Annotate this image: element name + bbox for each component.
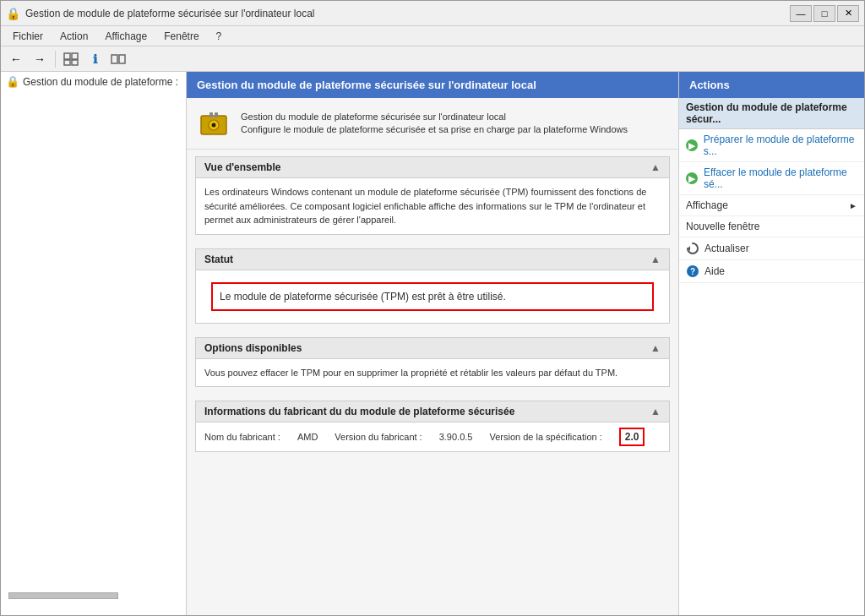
menu-bar: Fichier Action Affichage Fenêtre ? — [1, 26, 864, 46]
menu-help[interactable]: ? — [211, 29, 227, 44]
version-fabricant-label: Version du fabricant : — [335, 432, 422, 442]
section-header-options: Options disponibles ▲ — [196, 338, 669, 359]
actions-section-title: Gestion du module de plateforme sécur... — [679, 98, 864, 129]
maximize-button[interactable]: □ — [813, 5, 835, 22]
section-header-vue: Vue d'ensemble ▲ — [196, 157, 669, 178]
vue-text: Les ordinateurs Windows contenant un mod… — [204, 187, 646, 225]
action-preparer[interactable]: ▶ Préparer le module de plateforme s... — [679, 129, 864, 162]
info-button[interactable]: ℹ — [84, 50, 105, 68]
menu-fenetre[interactable]: Fenêtre — [159, 29, 204, 44]
title-bar-controls: — □ ✕ — [790, 5, 859, 22]
section-title-fabricant: Informations du fabricant du du module d… — [204, 406, 514, 417]
menu-action[interactable]: Action — [55, 29, 93, 44]
affichage-label: Affichage — [686, 199, 728, 211]
svg-rect-9 — [215, 112, 218, 117]
section-collapse-statut[interactable]: ▲ — [650, 253, 661, 265]
section-body-options: Vous pouvez effacer le TPM pour en suppr… — [196, 359, 669, 387]
section-collapse-options[interactable]: ▲ — [650, 342, 661, 354]
actions-header-label: Actions — [689, 79, 730, 91]
svg-rect-5 — [119, 55, 125, 63]
toolbar: ← → ℹ — [1, 46, 864, 72]
header-line1: Gestion du module de plateforme sécurisé… — [241, 111, 628, 123]
header-line2: Configure le module de plateforme sécuri… — [241, 123, 628, 136]
actions-header: Actions — [679, 72, 864, 98]
menu-affichage[interactable]: Affichage — [100, 29, 152, 44]
svg-rect-0 — [64, 53, 70, 59]
show-hide-icon — [63, 52, 79, 66]
preparer-label: Préparer le module de plateforme s... — [704, 134, 857, 157]
nom-fabricant-label: Nom du fabricant : — [204, 432, 280, 442]
right-panel: Actions Gestion du module de plateforme … — [678, 72, 864, 616]
forward-button[interactable]: → — [30, 50, 50, 68]
section-body-statut: Le module de plateforme sécurisée (TPM) … — [196, 270, 669, 323]
action-effacer[interactable]: ▶ Effacer le module de plateforme sé... — [679, 162, 864, 195]
svg-rect-4 — [112, 55, 117, 63]
tree-item-label: Gestion du module de plateforme : — [23, 76, 178, 88]
aide-icon: ? — [686, 264, 699, 278]
actualiser-label: Actualiser — [705, 243, 749, 254]
section-title-statut: Statut — [204, 253, 233, 265]
main-layout: 🔒 Gestion du module de plateforme : Gest… — [1, 72, 864, 616]
back-button[interactable]: ← — [6, 50, 26, 68]
section-header-fabricant: Informations du fabricant du du module d… — [196, 401, 669, 422]
section-collapse-fabricant[interactable]: ▲ — [650, 406, 661, 417]
section-body-vue: Les ordinateurs Windows contenant un mod… — [196, 178, 669, 234]
section-title-vue: Vue d'ensemble — [204, 161, 280, 173]
section-options: Options disponibles ▲ Vous pouvez efface… — [195, 337, 670, 388]
effacer-label: Effacer le module de plateforme sé... — [704, 166, 857, 190]
version-fabricant-value: 3.90.0.5 — [439, 432, 473, 442]
nom-fabricant-value: AMD — [297, 432, 318, 442]
svg-rect-3 — [72, 60, 78, 65]
svg-point-10 — [212, 123, 216, 128]
tpm-icon — [197, 106, 231, 140]
nouvelle-fenetre-label: Nouvelle fenêtre — [686, 221, 759, 232]
action-aide[interactable]: ? Aide — [679, 260, 864, 283]
center-panel: Gestion du module de plateforme sécurisé… — [187, 72, 678, 616]
section-statut: Statut ▲ Le module de plateforme sécuris… — [195, 248, 670, 324]
app-icon: 🔒 — [6, 7, 20, 20]
status-box: Le module de plateforme sécurisée (TPM) … — [211, 282, 654, 311]
tree-item-icon: 🔒 — [6, 75, 19, 88]
center-header: Gestion du module de plateforme sécurisé… — [187, 72, 678, 98]
extra-button[interactable] — [108, 50, 128, 68]
action-affichage[interactable]: Affichage ► — [679, 195, 864, 216]
toolbar-separator-1 — [55, 51, 56, 68]
tree-item-gestion[interactable]: 🔒 Gestion du module de plateforme : — [1, 72, 186, 91]
horizontal-scrollbar[interactable] — [8, 592, 118, 599]
action-nouvelle-fenetre[interactable]: Nouvelle fenêtre — [679, 216, 864, 237]
status-text: Le module de plateforme sécurisée (TPM) … — [220, 291, 506, 303]
affichage-arrow: ► — [849, 201, 857, 210]
center-header-title: Gestion du module de plateforme sécurisé… — [187, 72, 678, 98]
title-bar: 🔒 Gestion de module de plateforme sécuri… — [1, 1, 864, 26]
section-title-options: Options disponibles — [204, 342, 302, 354]
svg-rect-1 — [72, 53, 78, 59]
version-spec-value: 2.0 — [619, 428, 645, 446]
svg-rect-2 — [64, 60, 70, 65]
section-header-statut: Statut ▲ — [196, 249, 669, 270]
effacer-icon: ▶ — [686, 172, 699, 185]
action-actualiser[interactable]: Actualiser — [679, 237, 864, 260]
extra-icon — [111, 52, 126, 66]
options-text: Vous pouvez effacer le TPM pour en suppr… — [204, 368, 617, 378]
menu-fichier[interactable]: Fichier — [8, 29, 48, 44]
section-vue: Vue d'ensemble ▲ Les ordinateurs Windows… — [195, 156, 670, 235]
left-panel: 🔒 Gestion du module de plateforme : — [1, 72, 187, 616]
preparer-icon: ▶ — [686, 139, 699, 152]
section-fabricant: Informations du fabricant du du module d… — [195, 401, 670, 452]
minimize-button[interactable]: — — [790, 5, 812, 22]
fabricant-row: Nom du fabricant : AMD Version du fabric… — [196, 422, 669, 451]
close-button[interactable]: ✕ — [837, 5, 859, 22]
show-hide-button[interactable] — [61, 50, 81, 68]
center-header-info: Gestion du module de plateforme sécurisé… — [187, 98, 678, 150]
svg-rect-8 — [209, 112, 213, 117]
version-spec-label: Version de la spécification : — [489, 432, 601, 442]
actualiser-icon — [686, 242, 699, 255]
section-collapse-vue[interactable]: ▲ — [650, 161, 661, 173]
aide-label: Aide — [705, 265, 725, 277]
header-text: Gestion du module de plateforme sécurisé… — [241, 111, 628, 137]
title-bar-left: 🔒 Gestion de module de plateforme sécuri… — [6, 7, 314, 20]
window-title: Gestion de module de plateforme sécurisé… — [25, 8, 314, 19]
